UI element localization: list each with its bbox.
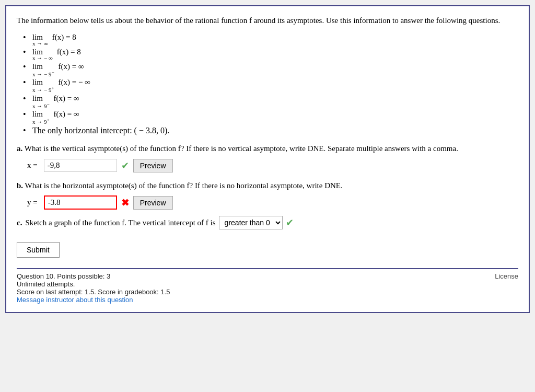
- part-a-check-icon: ✔: [121, 160, 129, 171]
- part-a-input[interactable]: [44, 159, 117, 172]
- list-item: lim x → ∞ f(x) = 8: [32, 33, 518, 47]
- footer-attempts: Unlimited attempts.: [17, 280, 518, 288]
- limit-expr-6: lim x → 9+: [32, 110, 50, 125]
- part-c-row: c. Sketch a graph of the function f. The…: [17, 216, 518, 229]
- part-c-question-prefix: Sketch a graph of the function f. The ve…: [25, 218, 215, 227]
- submit-button[interactable]: Submit: [17, 242, 60, 258]
- list-item: lim x → − ∞ f(x) = 8: [32, 48, 518, 61]
- list-item: lim x → − 9+ f(x) = − ∞: [32, 78, 518, 93]
- part-b-preview-button[interactable]: Preview: [133, 196, 173, 210]
- part-b-error-icon: ✖: [121, 197, 129, 209]
- part-a-answer-row: x = ✔ Preview: [27, 159, 518, 172]
- part-b-question: b. What is the horizontal asymptote(s) o…: [17, 180, 518, 192]
- limit-expr-3: lim x → − 9−: [32, 62, 54, 77]
- footer-divider: [17, 268, 518, 269]
- footer-question-info: Question 10. Points possible: 3: [17, 272, 518, 280]
- horizontal-intercept-item: The only horizontal intercept: ( − 3.8, …: [32, 126, 518, 135]
- part-b-answer-row: y = ✖ Preview: [27, 195, 518, 210]
- limits-list: lim x → ∞ f(x) = 8 lim x → − ∞ f(x) = 8 …: [32, 33, 518, 136]
- limit-expr-2: lim x → − ∞: [32, 48, 53, 61]
- license-link[interactable]: License: [495, 272, 518, 280]
- part-a-preview-button[interactable]: Preview: [133, 159, 173, 172]
- footer-section: License Question 10. Points possible: 3 …: [17, 272, 518, 304]
- list-item: lim x → 9+ f(x) = ∞: [32, 110, 518, 125]
- part-c-label: c.: [17, 218, 22, 227]
- limit-expr-4: lim x → − 9+: [32, 78, 54, 93]
- horizontal-intercept-text: The only horizontal intercept: ( − 3.8, …: [32, 126, 169, 135]
- list-item: lim x → − 9− f(x) = ∞: [32, 62, 518, 77]
- part-c-check-icon: ✔: [286, 217, 294, 228]
- part-a-prefix: x =: [27, 161, 38, 170]
- part-a-question: a. What is the vertical asymptote(s) of …: [17, 143, 518, 155]
- page-container: The information below tells us about the…: [5, 5, 530, 313]
- footer-score: Score on last attempt: 1.5. Score in gra…: [17, 288, 518, 296]
- limit-expr-5: lim x → 9−: [32, 94, 50, 109]
- part-b-input[interactable]: [44, 195, 117, 210]
- part-b-prefix: y =: [27, 198, 38, 207]
- limit-expr-1: lim x → ∞: [32, 33, 48, 47]
- intro-text: The information below tells us about the…: [17, 15, 518, 27]
- part-c-dropdown[interactable]: greater than 0 less than 0 equal to 0: [219, 216, 283, 229]
- list-item: lim x → 9− f(x) = ∞: [32, 94, 518, 109]
- message-instructor-link[interactable]: Message instructor about this question: [17, 296, 133, 304]
